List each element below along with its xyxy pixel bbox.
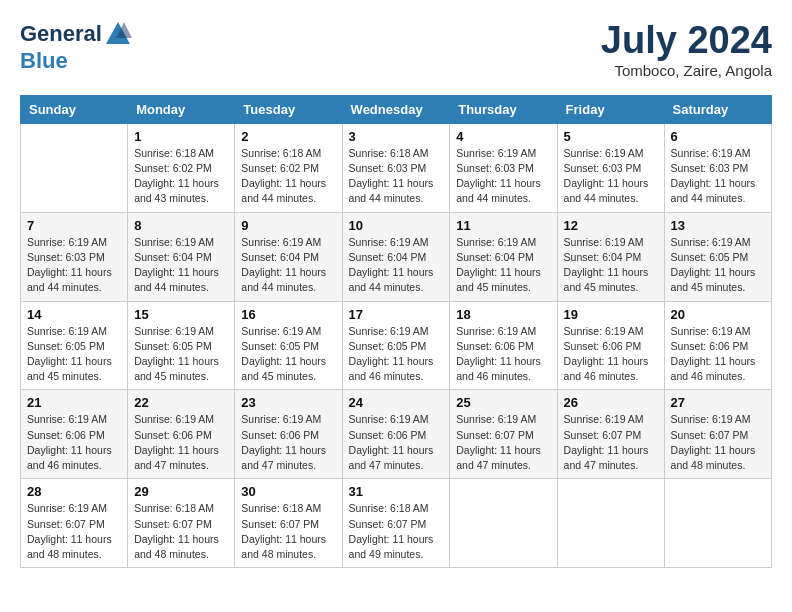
- calendar-day-header: Thursday: [450, 95, 557, 123]
- logo-general: General: [20, 21, 102, 47]
- calendar-cell: 16Sunrise: 6:19 AM Sunset: 6:05 PM Dayli…: [235, 301, 342, 390]
- day-number: 24: [349, 395, 444, 410]
- day-info: Sunrise: 6:19 AM Sunset: 6:06 PM Dayligh…: [671, 324, 765, 385]
- day-number: 25: [456, 395, 550, 410]
- calendar-cell: 5Sunrise: 6:19 AM Sunset: 6:03 PM Daylig…: [557, 123, 664, 212]
- day-info: Sunrise: 6:19 AM Sunset: 6:06 PM Dayligh…: [27, 412, 121, 473]
- day-info: Sunrise: 6:19 AM Sunset: 6:07 PM Dayligh…: [564, 412, 658, 473]
- day-info: Sunrise: 6:19 AM Sunset: 6:06 PM Dayligh…: [349, 412, 444, 473]
- calendar-week-row: 28Sunrise: 6:19 AM Sunset: 6:07 PM Dayli…: [21, 479, 772, 568]
- day-info: Sunrise: 6:18 AM Sunset: 6:02 PM Dayligh…: [134, 146, 228, 207]
- calendar-cell: 1Sunrise: 6:18 AM Sunset: 6:02 PM Daylig…: [128, 123, 235, 212]
- day-number: 19: [564, 307, 658, 322]
- calendar-cell: [664, 479, 771, 568]
- day-number: 28: [27, 484, 121, 499]
- day-number: 31: [349, 484, 444, 499]
- calendar-cell: 23Sunrise: 6:19 AM Sunset: 6:06 PM Dayli…: [235, 390, 342, 479]
- location: Tomboco, Zaire, Angola: [601, 62, 772, 79]
- calendar-day-header: Tuesday: [235, 95, 342, 123]
- calendar-day-header: Sunday: [21, 95, 128, 123]
- day-number: 3: [349, 129, 444, 144]
- calendar-cell: [557, 479, 664, 568]
- calendar-cell: 24Sunrise: 6:19 AM Sunset: 6:06 PM Dayli…: [342, 390, 450, 479]
- day-number: 4: [456, 129, 550, 144]
- day-number: 5: [564, 129, 658, 144]
- calendar-cell: 2Sunrise: 6:18 AM Sunset: 6:02 PM Daylig…: [235, 123, 342, 212]
- calendar-cell: 20Sunrise: 6:19 AM Sunset: 6:06 PM Dayli…: [664, 301, 771, 390]
- calendar-cell: 22Sunrise: 6:19 AM Sunset: 6:06 PM Dayli…: [128, 390, 235, 479]
- calendar-cell: 10Sunrise: 6:19 AM Sunset: 6:04 PM Dayli…: [342, 212, 450, 301]
- day-number: 26: [564, 395, 658, 410]
- day-info: Sunrise: 6:19 AM Sunset: 6:05 PM Dayligh…: [27, 324, 121, 385]
- day-info: Sunrise: 6:19 AM Sunset: 6:05 PM Dayligh…: [241, 324, 335, 385]
- day-info: Sunrise: 6:19 AM Sunset: 6:04 PM Dayligh…: [564, 235, 658, 296]
- calendar-week-row: 14Sunrise: 6:19 AM Sunset: 6:05 PM Dayli…: [21, 301, 772, 390]
- day-info: Sunrise: 6:19 AM Sunset: 6:06 PM Dayligh…: [456, 324, 550, 385]
- day-number: 11: [456, 218, 550, 233]
- day-number: 12: [564, 218, 658, 233]
- page-header: General Blue July 2024 Tomboco, Zaire, A…: [20, 20, 772, 79]
- day-info: Sunrise: 6:19 AM Sunset: 6:05 PM Dayligh…: [349, 324, 444, 385]
- day-info: Sunrise: 6:19 AM Sunset: 6:04 PM Dayligh…: [134, 235, 228, 296]
- day-info: Sunrise: 6:19 AM Sunset: 6:04 PM Dayligh…: [456, 235, 550, 296]
- day-info: Sunrise: 6:19 AM Sunset: 6:07 PM Dayligh…: [456, 412, 550, 473]
- day-number: 10: [349, 218, 444, 233]
- day-info: Sunrise: 6:18 AM Sunset: 6:02 PM Dayligh…: [241, 146, 335, 207]
- day-info: Sunrise: 6:19 AM Sunset: 6:06 PM Dayligh…: [241, 412, 335, 473]
- calendar-cell: 9Sunrise: 6:19 AM Sunset: 6:04 PM Daylig…: [235, 212, 342, 301]
- calendar-week-row: 7Sunrise: 6:19 AM Sunset: 6:03 PM Daylig…: [21, 212, 772, 301]
- calendar-cell: 30Sunrise: 6:18 AM Sunset: 6:07 PM Dayli…: [235, 479, 342, 568]
- calendar-table: SundayMondayTuesdayWednesdayThursdayFrid…: [20, 95, 772, 568]
- day-number: 2: [241, 129, 335, 144]
- day-info: Sunrise: 6:19 AM Sunset: 6:04 PM Dayligh…: [349, 235, 444, 296]
- calendar-cell: 12Sunrise: 6:19 AM Sunset: 6:04 PM Dayli…: [557, 212, 664, 301]
- calendar-day-header: Saturday: [664, 95, 771, 123]
- calendar-week-row: 1Sunrise: 6:18 AM Sunset: 6:02 PM Daylig…: [21, 123, 772, 212]
- day-number: 13: [671, 218, 765, 233]
- day-number: 21: [27, 395, 121, 410]
- day-info: Sunrise: 6:18 AM Sunset: 6:07 PM Dayligh…: [134, 501, 228, 562]
- calendar-cell: [450, 479, 557, 568]
- day-info: Sunrise: 6:19 AM Sunset: 6:03 PM Dayligh…: [27, 235, 121, 296]
- day-number: 14: [27, 307, 121, 322]
- day-number: 16: [241, 307, 335, 322]
- day-number: 29: [134, 484, 228, 499]
- logo: General Blue: [20, 20, 132, 74]
- calendar-cell: 25Sunrise: 6:19 AM Sunset: 6:07 PM Dayli…: [450, 390, 557, 479]
- day-info: Sunrise: 6:19 AM Sunset: 6:06 PM Dayligh…: [134, 412, 228, 473]
- day-info: Sunrise: 6:19 AM Sunset: 6:07 PM Dayligh…: [27, 501, 121, 562]
- day-number: 20: [671, 307, 765, 322]
- day-info: Sunrise: 6:18 AM Sunset: 6:03 PM Dayligh…: [349, 146, 444, 207]
- day-number: 6: [671, 129, 765, 144]
- day-info: Sunrise: 6:19 AM Sunset: 6:03 PM Dayligh…: [564, 146, 658, 207]
- day-info: Sunrise: 6:19 AM Sunset: 6:06 PM Dayligh…: [564, 324, 658, 385]
- calendar-cell: 29Sunrise: 6:18 AM Sunset: 6:07 PM Dayli…: [128, 479, 235, 568]
- calendar-cell: 18Sunrise: 6:19 AM Sunset: 6:06 PM Dayli…: [450, 301, 557, 390]
- calendar-cell: 27Sunrise: 6:19 AM Sunset: 6:07 PM Dayli…: [664, 390, 771, 479]
- day-number: 30: [241, 484, 335, 499]
- day-info: Sunrise: 6:18 AM Sunset: 6:07 PM Dayligh…: [349, 501, 444, 562]
- day-number: 22: [134, 395, 228, 410]
- day-number: 23: [241, 395, 335, 410]
- calendar-cell: 8Sunrise: 6:19 AM Sunset: 6:04 PM Daylig…: [128, 212, 235, 301]
- day-number: 8: [134, 218, 228, 233]
- day-number: 15: [134, 307, 228, 322]
- calendar-day-header: Monday: [128, 95, 235, 123]
- calendar-cell: 6Sunrise: 6:19 AM Sunset: 6:03 PM Daylig…: [664, 123, 771, 212]
- calendar-week-row: 21Sunrise: 6:19 AM Sunset: 6:06 PM Dayli…: [21, 390, 772, 479]
- day-info: Sunrise: 6:19 AM Sunset: 6:04 PM Dayligh…: [241, 235, 335, 296]
- day-info: Sunrise: 6:19 AM Sunset: 6:07 PM Dayligh…: [671, 412, 765, 473]
- day-info: Sunrise: 6:19 AM Sunset: 6:05 PM Dayligh…: [671, 235, 765, 296]
- day-number: 18: [456, 307, 550, 322]
- day-info: Sunrise: 6:18 AM Sunset: 6:07 PM Dayligh…: [241, 501, 335, 562]
- calendar-cell: [21, 123, 128, 212]
- calendar-day-header: Wednesday: [342, 95, 450, 123]
- logo-icon: [104, 20, 132, 48]
- day-number: 7: [27, 218, 121, 233]
- calendar-cell: 31Sunrise: 6:18 AM Sunset: 6:07 PM Dayli…: [342, 479, 450, 568]
- day-number: 9: [241, 218, 335, 233]
- day-number: 27: [671, 395, 765, 410]
- day-number: 17: [349, 307, 444, 322]
- day-info: Sunrise: 6:19 AM Sunset: 6:05 PM Dayligh…: [134, 324, 228, 385]
- calendar-day-header: Friday: [557, 95, 664, 123]
